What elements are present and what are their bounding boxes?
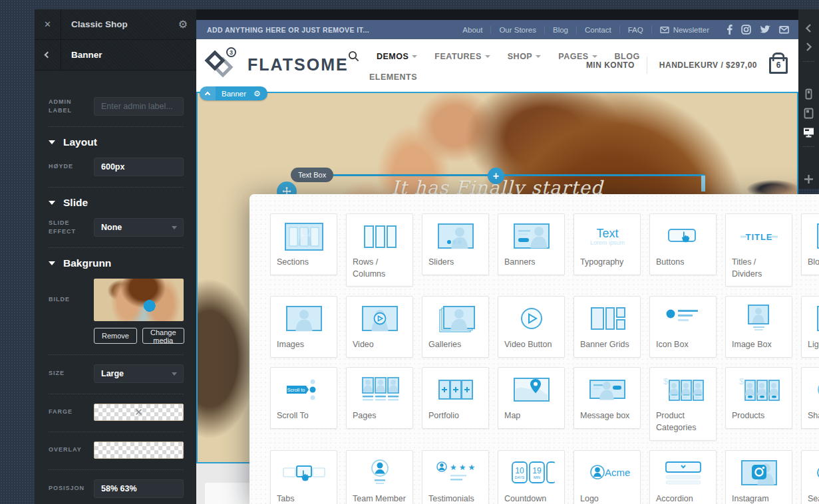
size-select[interactable]: Large xyxy=(94,364,184,383)
gear-icon[interactable]: ⚙ xyxy=(170,18,196,31)
close-button[interactable]: ✕ xyxy=(35,9,61,39)
overlay-swatch[interactable] xyxy=(94,441,184,459)
topbar-link[interactable]: Our Stores xyxy=(491,26,544,34)
topbar-link[interactable]: Contact xyxy=(577,26,619,34)
element-tile[interactable]: Image Box xyxy=(725,296,792,358)
topbar-link[interactable]: FAQ xyxy=(620,26,651,34)
site-topbar: ADD ANYTHING HERE OR JUST REMOVE IT... A… xyxy=(196,20,798,39)
element-tile[interactable]: Tabs xyxy=(270,450,337,504)
admin-label-input[interactable] xyxy=(94,97,184,116)
map-icon xyxy=(498,368,564,409)
search-icon[interactable] xyxy=(348,51,359,62)
element-tile[interactable]: Instagram feed xyxy=(725,450,792,504)
typography-icon: TextLorem ipsum xyxy=(574,214,640,255)
element-tile-label: Image Box xyxy=(726,338,792,356)
collapse-button[interactable] xyxy=(200,86,216,100)
remove-button[interactable]: Remove xyxy=(94,328,137,344)
cart-bag-icon[interactable]: 6 xyxy=(769,57,788,74)
facebook-icon[interactable] xyxy=(727,25,733,35)
height-row: HØYDE xyxy=(49,158,184,176)
desktop-icon[interactable] xyxy=(798,122,819,141)
instagram-icon[interactable] xyxy=(741,25,751,35)
element-tile[interactable]: Share icons xyxy=(801,367,819,429)
element-tile[interactable]: Pages xyxy=(346,367,413,429)
element-tile[interactable]: Banners xyxy=(498,213,565,275)
element-tile[interactable]: Video Button xyxy=(498,296,565,358)
topbar-link[interactable]: About xyxy=(454,26,490,34)
element-tile[interactable]: ★★★ Testimonials xyxy=(422,450,489,504)
chevron-right-icon[interactable] xyxy=(798,37,819,56)
add-element-button[interactable]: + xyxy=(488,168,504,184)
element-tile[interactable]: Accordion xyxy=(649,450,717,504)
element-tile-label: Rows / Columns xyxy=(347,255,412,286)
nav-item-elements[interactable]: ELEMENTS xyxy=(369,72,640,82)
element-tile[interactable]: Icon Box xyxy=(649,296,717,358)
plus-icon[interactable] xyxy=(798,170,819,189)
element-tile[interactable]: Search xyxy=(801,450,819,504)
my-account-link[interactable]: MIN KONTO xyxy=(586,61,635,70)
newsletter-link[interactable]: Newsletter xyxy=(652,26,717,34)
element-tile[interactable]: Sliders xyxy=(422,213,489,275)
position-input[interactable] xyxy=(94,479,184,498)
topbar-link[interactable]: Blog xyxy=(545,26,576,34)
element-tile[interactable]: Lightbox xyxy=(801,296,819,358)
element-tile-label: Team Member xyxy=(347,492,412,504)
element-tile[interactable]: Map xyxy=(498,367,565,429)
element-tile[interactable]: Scroll to Scroll To xyxy=(270,367,337,429)
group-divider-icon[interactable] xyxy=(803,61,814,80)
element-tile[interactable]: Portfolio xyxy=(422,367,489,429)
icon-box-icon xyxy=(650,297,716,338)
team-member-icon xyxy=(347,451,412,492)
image-actions: Remove Change media xyxy=(94,328,184,344)
size-row: SIZE Large xyxy=(49,364,184,383)
position-label: POSISJON xyxy=(49,484,94,493)
nav-item[interactable]: FEATURES xyxy=(434,52,490,61)
element-tile[interactable]: TITLE Titles / Dividers xyxy=(725,213,792,287)
element-tile[interactable]: Banner Grids xyxy=(573,296,641,358)
chevron-left-icon[interactable] xyxy=(798,19,819,37)
element-tile[interactable]: Galleries xyxy=(422,296,489,358)
gear-icon[interactable]: ⚙ xyxy=(252,89,267,98)
element-tile[interactable]: $ Products xyxy=(725,367,792,429)
change-media-button[interactable]: Change media xyxy=(142,328,184,344)
tablet-icon[interactable] xyxy=(798,104,819,122)
rows-columns-icon xyxy=(347,214,412,255)
chevron-up-icon xyxy=(205,92,210,97)
element-tile-label: Buttons xyxy=(650,255,716,274)
textbox-resize-handle[interactable] xyxy=(701,176,705,191)
divider xyxy=(49,126,184,127)
element-tile[interactable]: Rows / Columns xyxy=(346,213,413,287)
element-tile[interactable]: Acme Logo xyxy=(573,450,641,504)
phone-icon[interactable] xyxy=(798,85,819,104)
twitter-icon[interactable] xyxy=(760,25,770,35)
section-layout[interactable]: Layout xyxy=(49,136,184,148)
email-icon[interactable] xyxy=(779,25,789,34)
back-button[interactable] xyxy=(35,40,61,70)
height-input[interactable] xyxy=(94,158,184,176)
element-tile-label: Banners xyxy=(498,255,564,274)
element-tile[interactable]: TextLorem ipsum Typography xyxy=(573,213,641,275)
background-image-thumbnail[interactable] xyxy=(94,279,184,321)
slide-effect-select[interactable]: None xyxy=(94,218,184,237)
banner-chip[interactable]: Banner ⚙ xyxy=(200,86,267,100)
nav-item[interactable]: DEMOS xyxy=(377,52,417,61)
element-tile[interactable]: Video xyxy=(346,296,413,358)
element-tile[interactable]: Team Member xyxy=(346,450,413,504)
site-logo[interactable]: 3 FLATSOME xyxy=(206,49,349,80)
group-divider-icon[interactable] xyxy=(803,146,814,166)
element-tile[interactable]: Blog posts xyxy=(801,213,819,275)
nav-item[interactable]: SHOP xyxy=(508,52,541,61)
color-swatch[interactable] xyxy=(94,404,184,421)
section-slide[interactable]: Slide xyxy=(49,197,184,209)
element-tile[interactable]: $ Product Categories xyxy=(649,367,717,440)
element-tile-label: Lightbox xyxy=(802,338,819,356)
cart-link[interactable]: HANDLEKURV / $297,00 xyxy=(659,61,757,70)
section-background[interactable]: Bakgrunn xyxy=(49,257,184,269)
element-tile[interactable]: Message box xyxy=(573,367,641,429)
element-tile[interactable]: Images xyxy=(270,296,337,358)
element-tile[interactable]: 10DAYS19MIN Countdown xyxy=(498,450,565,504)
cart-count: 6 xyxy=(776,61,781,70)
triangle-down-icon xyxy=(49,140,55,144)
element-tile[interactable]: Sections xyxy=(270,213,337,275)
element-tile[interactable]: Buttons xyxy=(649,213,717,275)
